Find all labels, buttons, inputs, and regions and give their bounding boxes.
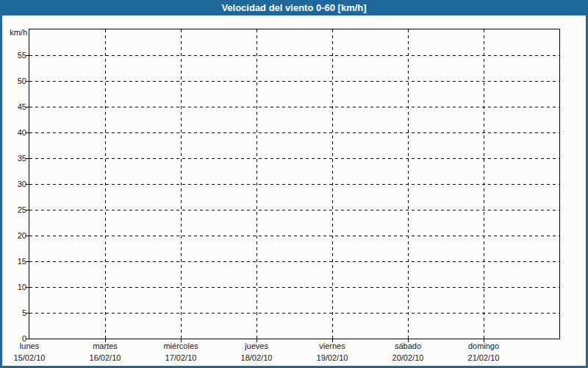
- y-axis-tick: [26, 107, 29, 107]
- x-tick-date: 17/02/10: [137, 353, 225, 363]
- x-tick-date: 21/02/10: [440, 353, 528, 363]
- v-gridline: [105, 29, 106, 339]
- x-tick-label: jueves18/02/10: [212, 342, 301, 363]
- x-tick-label: martes16/02/10: [61, 342, 149, 363]
- y-tick-label: 25: [0, 205, 26, 215]
- y-tick-label: 5: [0, 308, 26, 318]
- h-gridline: [29, 55, 559, 56]
- y-tick-label: 40: [0, 127, 26, 138]
- x-tick-label: sábado20/02/10: [364, 342, 452, 363]
- x-tick-day-name: jueves: [212, 342, 301, 351]
- x-tick-date: 18/02/10: [212, 353, 301, 363]
- h-gridline: [29, 107, 559, 107]
- x-tick-date: 19/02/10: [288, 353, 376, 363]
- y-tick-label: 45: [0, 102, 26, 112]
- h-gridline: [29, 287, 559, 288]
- y-tick-label: 35: [0, 153, 26, 163]
- y-tick-label: 20: [0, 230, 26, 241]
- h-gridline: [29, 236, 559, 236]
- y-axis-unit-label: km/h: [0, 28, 27, 37]
- y-tick-label: 30: [0, 179, 26, 189]
- v-gridline: [484, 29, 484, 339]
- v-gridline: [332, 29, 333, 339]
- y-axis-tick: [26, 132, 29, 133]
- h-gridline: [29, 158, 559, 159]
- v-gridline: [181, 29, 182, 339]
- x-tick-label: miércoles17/02/10: [137, 342, 225, 363]
- v-gridline: [408, 29, 409, 339]
- x-tick-day-name: martes: [61, 342, 149, 351]
- h-gridline: [29, 132, 559, 133]
- y-axis-tick: [26, 184, 29, 185]
- y-tick-label: 55: [0, 50, 26, 60]
- plot-area: [29, 29, 560, 339]
- x-tick-day-name: domingo: [440, 342, 528, 351]
- y-axis-tick: [26, 339, 29, 339]
- y-tick-label: 15: [0, 256, 26, 266]
- h-gridline: [29, 261, 559, 262]
- y-axis-tick: [26, 158, 29, 159]
- h-gridline: [29, 210, 559, 210]
- y-axis-tick: [26, 236, 29, 236]
- y-axis-tick: [26, 210, 29, 210]
- y-tick-label: 50: [0, 76, 26, 86]
- y-axis-tick: [26, 55, 29, 56]
- x-tick-label: domingo21/02/10: [440, 342, 528, 363]
- y-axis-tick: [26, 81, 29, 82]
- h-gridline: [29, 81, 559, 82]
- h-gridline: [29, 184, 559, 185]
- x-tick-date: 20/02/10: [364, 353, 452, 363]
- x-tick-day-name: viernes: [288, 342, 376, 351]
- x-tick-day-name: miércoles: [137, 342, 225, 351]
- x-tick-date: 16/02/10: [61, 353, 149, 363]
- h-gridline: [29, 313, 559, 314]
- y-axis-tick: [26, 261, 29, 262]
- x-tick-label: viernes19/02/10: [288, 342, 376, 363]
- y-axis-tick: [26, 287, 29, 288]
- x-tick-day-name: sábado: [364, 342, 452, 351]
- y-axis-tick: [26, 313, 29, 314]
- y-tick-label: 10: [0, 282, 26, 292]
- chart-area: km/h 0510152025303540455055lunes15/02/10…: [0, 0, 588, 368]
- v-gridline: [257, 29, 257, 339]
- chart-window: Velocidad del viento 0-60 [km/h] km/h 05…: [0, 0, 588, 368]
